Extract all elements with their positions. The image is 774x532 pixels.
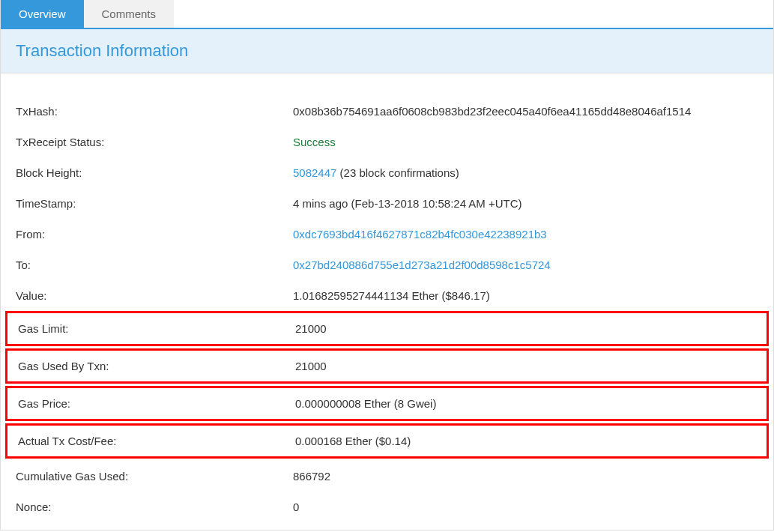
value-gas-price: 0.000000008 Ether (8 Gwei) [295, 397, 436, 410]
row-to: To: 0x27bd240886d755e1d273a21d2f00d8598c… [1, 250, 773, 280]
label-cumulative-gas: Cumulative Gas Used: [16, 470, 293, 483]
highlight-tx-fee: Actual Tx Cost/Fee: 0.000168 Ether ($0.1… [5, 423, 769, 459]
label-txhash: TxHash: [16, 105, 293, 118]
value-value: 1.01682595274441134 Ether ($846.17) [293, 289, 490, 302]
value-status: Success [293, 136, 336, 148]
tab-comments[interactable]: Comments [84, 0, 175, 28]
panel-title: Transaction Information [1, 29, 773, 73]
label-timestamp: TimeStamp: [16, 197, 293, 210]
block-link[interactable]: 5082447 [293, 166, 336, 179]
row-gas-limit: Gas Limit: 21000 [7, 313, 767, 344]
label-to: To: [16, 259, 293, 271]
label-gas-used: Gas Used By Txn: [18, 360, 295, 372]
tabs: Overview Comments [1, 0, 773, 29]
value-txhash: 0x08b36b754691aa6f0608cb983bd23f2eec045a… [293, 105, 691, 118]
label-gas-price: Gas Price: [18, 397, 295, 410]
value-gas-limit: 21000 [295, 322, 327, 335]
highlight-gas-price: Gas Price: 0.000000008 Ether (8 Gwei) [5, 386, 769, 421]
label-tx-fee: Actual Tx Cost/Fee: [18, 435, 295, 447]
row-status: TxReceipt Status: Success [1, 127, 773, 157]
row-block-height: Block Height: 5082447 (23 block confirma… [1, 157, 773, 188]
label-status: TxReceipt Status: [16, 136, 293, 148]
value-block-height: 5082447 (23 block confirmations) [293, 166, 459, 179]
row-gas-price: Gas Price: 0.000000008 Ether (8 Gwei) [7, 388, 767, 419]
row-gas-used: Gas Used By Txn: 21000 [7, 351, 767, 381]
block-confirmations: (23 block confirmations) [336, 166, 459, 179]
label-nonce: Nonce: [16, 501, 293, 513]
label-block-height: Block Height: [16, 166, 293, 179]
label-from: From: [16, 228, 293, 241]
row-nonce: Nonce: 0 [1, 492, 773, 522]
value-gas-used: 21000 [295, 360, 327, 372]
transaction-details: TxHash: 0x08b36b754691aa6f0608cb983bd23f… [1, 73, 773, 530]
transaction-panel: Overview Comments Transaction Informatio… [0, 0, 774, 531]
row-value: Value: 1.01682595274441134 Ether ($846.1… [1, 280, 773, 311]
tab-overview[interactable]: Overview [1, 0, 84, 28]
value-cumulative-gas: 866792 [293, 470, 330, 483]
highlight-gas-used: Gas Used By Txn: 21000 [5, 348, 769, 384]
value-from[interactable]: 0xdc7693bd416f4627871c82b4fc030e42238921… [293, 228, 547, 241]
row-cumulative-gas: Cumulative Gas Used: 866792 [1, 461, 773, 492]
label-value: Value: [16, 289, 293, 302]
label-gas-limit: Gas Limit: [18, 322, 295, 335]
highlight-gas-limit: Gas Limit: 21000 [5, 311, 769, 346]
value-timestamp: 4 mins ago (Feb-13-2018 10:58:24 AM +UTC… [293, 197, 522, 210]
row-timestamp: TimeStamp: 4 mins ago (Feb-13-2018 10:58… [1, 188, 773, 219]
value-nonce: 0 [293, 501, 299, 513]
row-from: From: 0xdc7693bd416f4627871c82b4fc030e42… [1, 219, 773, 250]
row-tx-fee: Actual Tx Cost/Fee: 0.000168 Ether ($0.1… [7, 426, 767, 456]
value-to[interactable]: 0x27bd240886d755e1d273a21d2f00d8598c1c57… [293, 259, 551, 271]
row-txhash: TxHash: 0x08b36b754691aa6f0608cb983bd23f… [1, 96, 773, 127]
value-tx-fee: 0.000168 Ether ($0.14) [295, 435, 411, 447]
